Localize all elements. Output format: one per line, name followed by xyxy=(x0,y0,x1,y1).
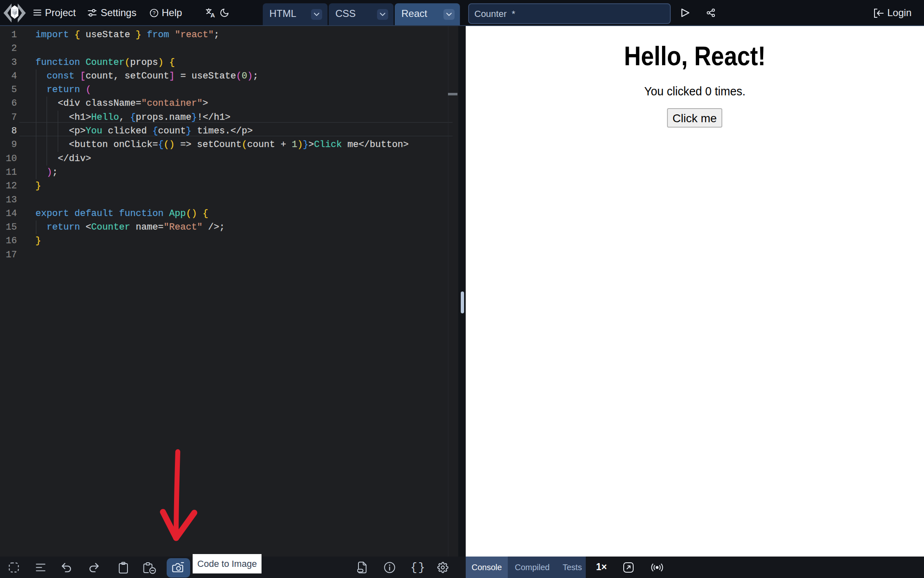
svg-text:?: ? xyxy=(153,10,156,16)
svg-text:A: A xyxy=(210,12,215,18)
